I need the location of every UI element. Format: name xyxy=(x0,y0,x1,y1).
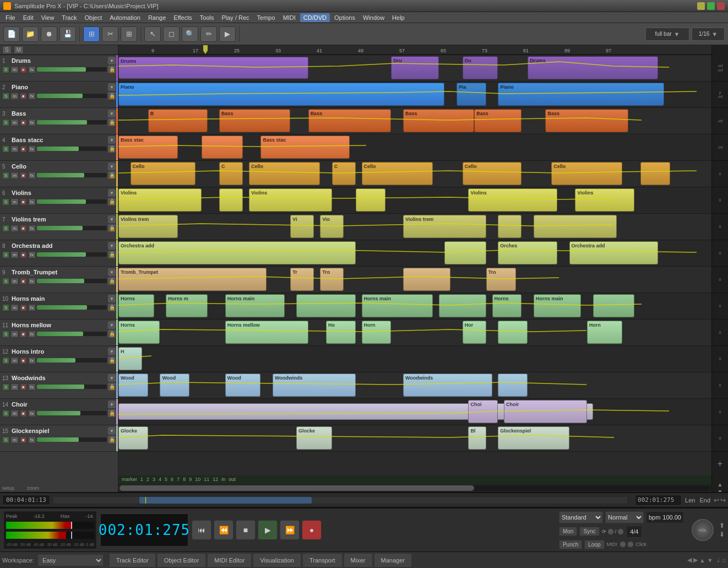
menu-file[interactable]: File xyxy=(2,13,19,22)
clip-drums-1[interactable]: Drums xyxy=(118,57,308,79)
clip-choir-2[interactable]: Choir xyxy=(504,400,587,423)
close-btn[interactable] xyxy=(717,2,725,10)
clip-cello-8[interactable] xyxy=(640,162,670,185)
nav-prev-btn[interactable]: ↩ xyxy=(714,496,719,504)
clip-wood-2[interactable]: Wood xyxy=(160,374,189,397)
track-11-m[interactable]: m xyxy=(10,331,19,338)
track-15-expand[interactable]: ▼ xyxy=(108,427,116,435)
marker-12[interactable]: 12 xyxy=(213,477,218,482)
open-button[interactable]: 📁 xyxy=(22,26,39,42)
track-4-r[interactable]: ■ xyxy=(20,145,27,153)
clip-glock-3[interactable]: Bl xyxy=(468,426,486,450)
loop-btn[interactable]: Loop xyxy=(584,540,604,549)
tab-object-editor[interactable]: Object Editor xyxy=(157,553,207,567)
minimize-btn[interactable] xyxy=(697,2,705,10)
quantize-selector[interactable]: 1/16 ▼ xyxy=(692,28,725,41)
h-scrollbar[interactable] xyxy=(118,484,711,492)
clip-hornm-7[interactable]: Horn xyxy=(587,321,623,344)
track-12-expand[interactable]: ▼ xyxy=(108,348,116,355)
track-14-vol[interactable] xyxy=(37,411,107,415)
nav-up-btn[interactable]: ⬆ xyxy=(719,522,725,529)
menu-midi[interactable]: MIDI xyxy=(280,13,299,22)
stop-btn[interactable]: ■ xyxy=(236,520,256,540)
clip-orch-1[interactable]: Orchestra add xyxy=(118,241,356,264)
clip-viotrem-5[interactable] xyxy=(498,215,521,238)
clip-orch-4[interactable]: Orchestra add xyxy=(569,241,659,264)
clip-hornm-4[interactable]: Horn xyxy=(362,321,392,344)
range-tool[interactable]: ◻ xyxy=(163,26,180,42)
track-11-expand[interactable]: ▼ xyxy=(108,321,116,329)
track-15-s[interactable]: S xyxy=(2,436,9,443)
rewind-start-btn[interactable]: ⏮ xyxy=(192,520,211,540)
clip-violins-5[interactable]: Violins xyxy=(468,188,557,212)
clip-tromb-4[interactable] xyxy=(403,268,450,291)
clip-horni-1[interactable]: H xyxy=(118,347,142,370)
menu-object[interactable]: Object xyxy=(81,13,105,22)
marker-10[interactable]: 10 xyxy=(195,477,200,482)
metronome-btn[interactable]: ♩ xyxy=(717,556,720,564)
add-track-btn[interactable]: + xyxy=(712,452,728,475)
track-6-r[interactable]: ■ xyxy=(20,198,27,205)
clip-cello-2[interactable]: C xyxy=(219,162,243,185)
clip-bassst-1[interactable]: Bass stac xyxy=(118,136,178,159)
track-8-expand[interactable]: ▼ xyxy=(108,242,116,250)
clip-drums-3[interactable]: Du xyxy=(463,56,498,79)
nav-btn-1[interactable]: ◀ xyxy=(687,556,692,564)
track-15-m[interactable]: m xyxy=(10,436,19,443)
track-6-m[interactable]: m xyxy=(10,198,19,205)
track-1-fx[interactable]: fx xyxy=(28,66,36,73)
track-10-vol[interactable] xyxy=(37,305,107,310)
clip-wood-1[interactable]: Wood xyxy=(118,374,148,397)
clip-hornm-3[interactable]: Ho xyxy=(326,321,356,344)
clip-tromb-1[interactable]: Tromb_Trumpet xyxy=(118,268,267,291)
clip-violins-3[interactable]: Violins xyxy=(249,188,332,212)
menu-options[interactable]: Options xyxy=(331,13,358,22)
marker-8[interactable]: 8 xyxy=(183,477,186,482)
track-5-expand[interactable]: ▼ xyxy=(108,163,116,170)
clip-cello-5[interactable]: Cello xyxy=(362,162,433,185)
track-13-vol[interactable] xyxy=(37,385,107,389)
track-9-lock[interactable]: 🔒 xyxy=(108,277,116,285)
clip-glock-1[interactable]: Glocke xyxy=(118,426,148,450)
marker-5[interactable]: 5 xyxy=(165,477,167,482)
new-button[interactable]: 📄 xyxy=(3,26,20,42)
play-tool[interactable]: ▶ xyxy=(219,26,236,42)
group-button[interactable]: ⊞ xyxy=(121,26,137,42)
record-button[interactable]: ⏺ xyxy=(41,26,57,42)
s-global-btn[interactable]: S xyxy=(2,46,12,54)
clip-cello-6[interactable]: Cello xyxy=(463,162,522,185)
tab-track-editor[interactable]: Track Editor xyxy=(109,553,156,567)
clip-bass-3[interactable]: Bass xyxy=(308,109,392,132)
menu-view[interactable]: View xyxy=(38,13,58,22)
track-2-s[interactable]: S xyxy=(2,93,9,100)
menu-automation[interactable]: Automation xyxy=(106,13,144,22)
track-5-s[interactable]: S xyxy=(2,172,9,179)
track-6-lock[interactable]: 🔒 xyxy=(108,198,116,205)
menu-cddvd[interactable]: CD/DVD xyxy=(300,13,330,22)
track-9-vol[interactable] xyxy=(37,279,107,283)
fast-forward-btn[interactable]: ⏩ xyxy=(280,520,300,540)
bpm-value[interactable]: 100.00 xyxy=(662,514,681,521)
menu-help[interactable]: Help xyxy=(389,13,408,22)
scroll-track[interactable] xyxy=(119,485,710,491)
track-7-fx[interactable]: fx xyxy=(28,225,36,232)
snap-button[interactable]: ✂ xyxy=(102,26,118,42)
track-15-fx[interactable]: fx xyxy=(28,436,36,443)
track-7-s[interactable]: S xyxy=(2,225,9,232)
track-1-expand[interactable]: ▼ xyxy=(108,57,116,64)
marker-in[interactable]: in xyxy=(221,477,225,482)
track-7-expand[interactable]: ▼ xyxy=(108,215,116,223)
track-10-s[interactable]: S xyxy=(2,304,9,311)
tab-transport[interactable]: Transport xyxy=(302,553,343,567)
clip-bassst-3[interactable]: Bass stac xyxy=(260,136,350,159)
draw-tool[interactable]: ✏ xyxy=(200,26,217,42)
nav-down-btn[interactable]: ⬇ xyxy=(719,531,725,538)
tab-manager[interactable]: Manager xyxy=(374,553,412,567)
scroll-thumb[interactable] xyxy=(119,485,474,491)
record-btn[interactable]: ● xyxy=(302,520,322,540)
marker-7[interactable]: 7 xyxy=(177,477,180,482)
tab-midi-editor[interactable]: MIDI Editor xyxy=(207,553,252,567)
marker-11[interactable]: 11 xyxy=(204,477,209,482)
menu-track[interactable]: Track xyxy=(58,13,80,22)
clip-horns-9[interactable] xyxy=(593,294,634,317)
